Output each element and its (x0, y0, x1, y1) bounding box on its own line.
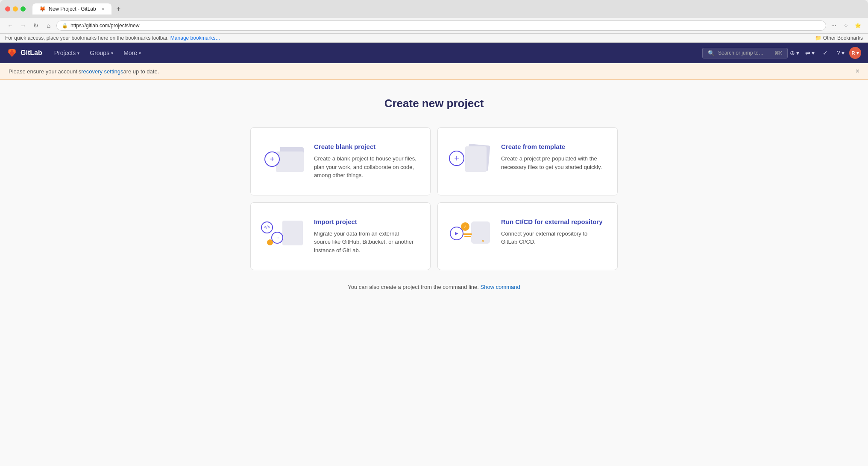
gitlab-app: GitLab Projects ▾ Groups ▾ More ▾ 🔍 Sear… (0, 43, 868, 466)
toolbar-actions: ⋯ ☆ ⭐ (829, 20, 863, 31)
gitlab-wordmark: GitLab (21, 49, 42, 57)
template-project-desc: Create a project pre-populated with the … (501, 154, 604, 171)
back-button[interactable]: ← (5, 20, 15, 31)
maximize-button[interactable] (21, 6, 26, 12)
tab-title: New Project - GitLab (49, 6, 96, 12)
doc-front-shape (465, 146, 487, 172)
reader-view-button[interactable]: ☆ (841, 20, 851, 31)
bottom-text: You can also create a project from the c… (9, 284, 859, 290)
help-button[interactable]: ? ▾ (834, 46, 847, 60)
close-button[interactable] (5, 6, 10, 12)
lock-icon: 🔒 (62, 23, 68, 29)
traffic-lights (5, 6, 26, 12)
address-bar[interactable]: 🔒 https://gitlab.com/projects/new (56, 20, 826, 31)
new-item-button[interactable]: ⊕ ▾ (788, 46, 801, 60)
new-tab-button[interactable]: + (117, 5, 120, 13)
project-cards-grid: + Create blank project Create a blank pr… (250, 127, 618, 270)
home-button[interactable]: ⌂ (44, 20, 54, 31)
template-project-icon: + (448, 143, 491, 177)
template-plus-circle-icon: + (449, 151, 464, 166)
code-circle-icon: </> (261, 221, 273, 233)
import-project-title[interactable]: Import project (314, 218, 416, 225)
browser-toolbar: ← → ↻ ⌂ 🔒 https://gitlab.com/projects/ne… (0, 18, 868, 34)
blank-project-card[interactable]: + Create blank project Create a blank pr… (250, 127, 431, 195)
search-placeholder: Search or jump to… (718, 50, 764, 56)
alert-text-before: Please ensure your account's (9, 68, 81, 75)
blank-project-icon: + (261, 143, 304, 177)
arrow-circle-icon: → (271, 232, 283, 244)
bookmarks-bar: For quick access, place your bookmarks h… (0, 34, 868, 43)
search-shortcut: ⌘K (774, 50, 782, 56)
cicd-bar2-shape (464, 236, 471, 237)
import-project-icon: </> → (261, 218, 304, 252)
other-bookmarks: 📁 Other Bookmarks (815, 35, 863, 41)
cicd-project-title[interactable]: Run CI/CD for external repository (501, 218, 604, 225)
blank-project-content: Create blank project Create a blank proj… (314, 143, 416, 180)
groups-label: Groups (90, 50, 109, 56)
cicd-project-desc: Connect your external repository to GitL… (501, 230, 604, 246)
template-project-content: Create from template Create a project pr… (501, 143, 604, 171)
browser-window: 🦊 New Project - GitLab ✕ + ← → ↻ ⌂ 🔒 htt… (0, 0, 868, 43)
other-bookmarks-label: Other Bookmarks (823, 35, 863, 41)
cicd-project-card[interactable]: ▶ ✓ » Run CI/CD for external repository … (437, 202, 618, 271)
extensions-button[interactable]: ⋯ (829, 20, 839, 31)
blank-project-desc: Create a blank project to house your fil… (314, 154, 416, 180)
cicd-project-content: Run CI/CD for external repository Connec… (501, 218, 604, 246)
alert-text-after: are up to date. (123, 68, 159, 75)
check-circle-icon: ✓ (461, 222, 469, 231)
gitlab-logo[interactable]: GitLab (7, 48, 42, 58)
more-label: More (123, 50, 137, 56)
groups-nav-item[interactable]: Groups ▾ (85, 43, 118, 63)
plus-circle-icon: + (264, 151, 280, 167)
folder-front-shape (276, 151, 304, 172)
cicd-project-icon: ▶ ✓ » (448, 218, 491, 252)
bottom-text-before: You can also create a project from the c… (348, 284, 479, 290)
user-avatar[interactable]: R ▾ (849, 47, 861, 59)
main-content: Create new project + Create blank projec… (0, 80, 868, 466)
bookmark-button[interactable]: ⭐ (853, 20, 863, 31)
import-project-content: Import project Migrate your data from an… (314, 218, 416, 255)
nav-right-actions: ⊕ ▾ ⇌ ▾ ✓ ? ▾ R ▾ (788, 46, 861, 60)
import-project-card[interactable]: </> → Import project Migrate your data f… (250, 202, 431, 271)
import-doc-shape (282, 221, 303, 245)
browser-tab[interactable]: 🦊 New Project - GitLab ✕ (32, 3, 111, 15)
blank-project-title[interactable]: Create blank project (314, 143, 416, 150)
recovery-settings-link[interactable]: recovery settings (81, 68, 123, 75)
template-project-title[interactable]: Create from template (501, 143, 604, 150)
alert-close-button[interactable]: × (856, 67, 859, 75)
show-command-link[interactable]: Show command (481, 284, 520, 290)
url-display: https://gitlab.com/projects/new (70, 23, 821, 29)
browser-titlebar: 🦊 New Project - GitLab ✕ + (0, 0, 868, 18)
gitlab-fox-icon (7, 48, 17, 58)
forward-button[interactable]: → (18, 20, 28, 31)
projects-nav-item[interactable]: Projects ▾ (49, 43, 85, 63)
search-bar[interactable]: 🔍 Search or jump to… ⌘K (702, 48, 788, 58)
import-project-desc: Migrate your data from an external sourc… (314, 230, 416, 255)
reload-button[interactable]: ↻ (31, 20, 41, 31)
template-project-card[interactable]: + Create from template Create a project … (437, 127, 618, 195)
bookmarks-text: For quick access, place your bookmarks h… (5, 35, 169, 41)
alert-banner: Please ensure your account's recovery se… (0, 63, 868, 80)
merge-requests-button[interactable]: ⇌ ▾ (803, 46, 817, 60)
tab-favicon-icon: 🦊 (39, 6, 45, 12)
search-icon: 🔍 (708, 50, 715, 56)
more-chevron-icon: ▾ (139, 51, 141, 55)
projects-chevron-icon: ▾ (77, 51, 79, 55)
gitlab-nav: GitLab Projects ▾ Groups ▾ More ▾ 🔍 Sear… (0, 43, 868, 63)
more-nav-item[interactable]: More ▾ (118, 43, 146, 63)
manage-bookmarks-link[interactable]: Manage bookmarks… (170, 35, 220, 41)
fast-forward-icon: » (481, 238, 491, 245)
folder-icon: 📁 (815, 35, 821, 41)
projects-label: Projects (54, 50, 76, 56)
todos-button[interactable]: ✓ (818, 46, 832, 60)
tab-close-icon[interactable]: ✕ (101, 7, 105, 12)
orange-dot-shape (267, 239, 273, 245)
cicd-bar1-shape (463, 233, 472, 235)
groups-chevron-icon: ▾ (111, 51, 113, 55)
minimize-button[interactable] (13, 6, 18, 12)
page-title: Create new project (9, 97, 859, 110)
